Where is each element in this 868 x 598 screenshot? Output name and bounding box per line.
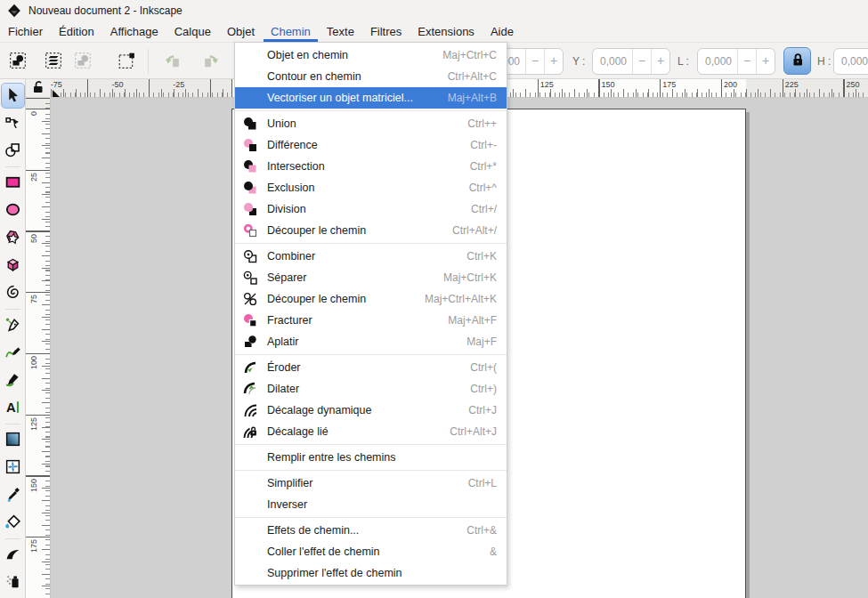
dropper-icon <box>4 486 21 505</box>
menu-item-contour-en-chemin[interactable]: Contour en cheminCtrl+Alt+C <box>235 66 507 87</box>
field-value[interactable]: 0,000 <box>593 49 632 74</box>
menubar-item-extensions[interactable]: Extensions <box>410 20 483 42</box>
rotate-ccw-button[interactable] <box>160 50 183 73</box>
menubar-item-aide[interactable]: Aide <box>483 20 522 42</box>
toolbox-separator <box>5 424 20 424</box>
ruler-origin-marker <box>53 90 60 97</box>
menu-item-shortcut: Maj+Alt+F <box>448 314 497 327</box>
spray-tool[interactable] <box>0 569 26 596</box>
menu-item-dilater[interactable]: DilaterCtrl+) <box>235 378 507 400</box>
rectangle-icon <box>4 174 21 193</box>
menubar-item-fichier[interactable]: Fichier <box>0 20 51 42</box>
spin-plus-button[interactable]: + <box>544 49 563 74</box>
menu-item-decalage-lie[interactable]: Décalage liéCtrl+Alt+J <box>235 421 507 442</box>
select-all-icon <box>9 52 27 72</box>
menubar-item-texte[interactable]: Texte <box>319 20 362 42</box>
coord-field-y[interactable]: 0,000−+ <box>592 48 670 75</box>
spin-plus-button[interactable]: + <box>756 49 775 74</box>
select-all-layers-button[interactable] <box>42 50 65 73</box>
box3d-tool[interactable] <box>0 252 26 279</box>
menu-item-combiner[interactable]: CombinerCtrl+K <box>235 246 507 267</box>
spiral-tool[interactable] <box>0 279 26 307</box>
vertical-ruler[interactable]: 0255075100125150175200 <box>26 98 51 598</box>
titlebar[interactable]: Nouveau document 2 - Inkscape <box>0 0 868 20</box>
menu-item-division[interactable]: DivisionCtrl+/ <box>235 198 507 220</box>
menu-item-intersection[interactable]: IntersectionCtrl+* <box>235 156 507 177</box>
menu-item-effets-de-chemin[interactable]: Effets de chemin...Ctrl+& <box>235 520 507 541</box>
spin-minus-button[interactable]: − <box>737 49 756 74</box>
menubar-item-edition[interactable]: Édition <box>51 20 102 42</box>
no-icon <box>242 475 258 491</box>
coord-field-h[interactable]: 0,000 <box>833 48 868 75</box>
menu-item-label: Division <box>267 203 306 215</box>
menu-item-simplifier[interactable]: SimplifierCtrl+L <box>235 473 507 494</box>
menu-item-decouper-le-chemin[interactable]: Découper le cheminMaj+Ctrl+Alt+K <box>235 288 507 310</box>
cut-path-icon <box>242 222 258 238</box>
menu-item-shortcut: Ctrl+Alt+C <box>448 70 497 83</box>
rotate-cw-button[interactable] <box>200 50 223 73</box>
menu-item-objet-en-chemin[interactable]: Objet en cheminMaj+Ctrl+C <box>235 44 507 66</box>
menu-item-decouper-le-chemin[interactable]: Découper le cheminCtrl+Alt+/ <box>235 220 507 241</box>
inset-icon <box>242 360 258 376</box>
selector-tool[interactable] <box>1 83 25 109</box>
menubar-item-calque[interactable]: Calque <box>166 20 219 42</box>
menu-item-eroder[interactable]: ÉroderCtrl+( <box>235 357 507 378</box>
vruler-label: 150 <box>29 479 38 492</box>
spin-minus-button[interactable]: − <box>632 49 651 74</box>
dropper-tool[interactable] <box>0 481 26 509</box>
bucket-icon <box>4 513 21 533</box>
menubar-item-affichage[interactable]: Affichage <box>102 20 166 42</box>
select-all-button[interactable] <box>6 50 29 73</box>
menu-item-difference[interactable]: DifférenceCtrl+- <box>235 134 507 156</box>
menu-item-union[interactable]: UnionCtrl++ <box>235 113 507 134</box>
menu-item-shortcut: Ctrl+Alt+/ <box>452 224 497 237</box>
menubar-item-chemin[interactable]: Chemin <box>263 20 319 42</box>
mesh-tool[interactable] <box>0 454 26 481</box>
menu-item-exclusion[interactable]: ExclusionCtrl+^ <box>235 177 507 198</box>
node-tool[interactable] <box>0 109 26 137</box>
spray-icon <box>4 573 21 593</box>
select-all-layers-icon <box>45 52 62 72</box>
menu-item-inverser[interactable]: Inverser <box>235 494 507 515</box>
combine-icon <box>242 248 258 264</box>
spin-plus-button[interactable]: + <box>651 49 669 74</box>
menu-item-decalage-dynamique[interactable]: Décalage dynamiqueCtrl+J <box>235 400 507 421</box>
calligraphy-tool[interactable] <box>0 367 26 394</box>
no-icon <box>242 47 258 63</box>
ellipse-tool[interactable] <box>0 197 26 224</box>
menu-item-vectoriser-un-objet-matriciel[interactable]: Vectoriser un objet matriciel...Maj+Alt+… <box>235 87 507 109</box>
field-value[interactable]: 0,000 <box>834 49 868 74</box>
rotate-ccw-icon <box>163 52 181 72</box>
no-icon <box>242 497 258 513</box>
lock-ratio-button[interactable] <box>783 47 811 75</box>
menubar-item-objet[interactable]: Objet <box>219 20 263 42</box>
gradient-tool[interactable] <box>0 426 26 454</box>
coord-field-l[interactable]: 0,000−+ <box>697 48 775 75</box>
select-touch-button[interactable] <box>115 50 138 73</box>
toolbar-separator <box>148 49 149 74</box>
menubar-item-filtres[interactable]: Filtres <box>362 20 410 42</box>
tweak-tool[interactable] <box>0 541 26 569</box>
menu-item-label: Aplatir <box>267 335 298 348</box>
menu-item-fracturer[interactable]: FracturerMaj+Alt+F <box>235 310 507 331</box>
menu-item-remplir-entre-les-chemins[interactable]: Remplir entre les chemins <box>235 447 507 468</box>
field-value[interactable]: 0,000 <box>698 49 737 74</box>
gradient-icon <box>4 431 21 450</box>
pen-tool[interactable] <box>0 311 26 339</box>
no-icon <box>242 69 258 85</box>
ruler-corner[interactable] <box>26 79 51 98</box>
pencil-tool[interactable] <box>0 339 26 367</box>
menu-item-supprimer-leffet-de-chemin[interactable]: Supprimer l'effet de chemin <box>235 562 507 584</box>
text-tool[interactable]: A <box>0 394 26 422</box>
deselect-button[interactable] <box>71 50 94 73</box>
menu-item-aplatir[interactable]: AplatirMaj+F <box>235 331 507 352</box>
rectangle-tool[interactable] <box>0 169 26 197</box>
menu-item-separer[interactable]: SéparerMaj+Ctrl+K <box>235 267 507 288</box>
menu-item-shortcut: Ctrl+) <box>470 383 497 395</box>
menu-item-coller-leffet-de-chemin[interactable]: Coller l'effet de chemin& <box>235 541 507 562</box>
spin-minus-button[interactable]: − <box>525 49 544 74</box>
paint-bucket-tool[interactable] <box>0 509 26 537</box>
shape-builder-tool[interactable] <box>0 137 26 165</box>
menu-item-label: Combiner <box>267 250 315 263</box>
star-tool[interactable] <box>0 224 26 252</box>
